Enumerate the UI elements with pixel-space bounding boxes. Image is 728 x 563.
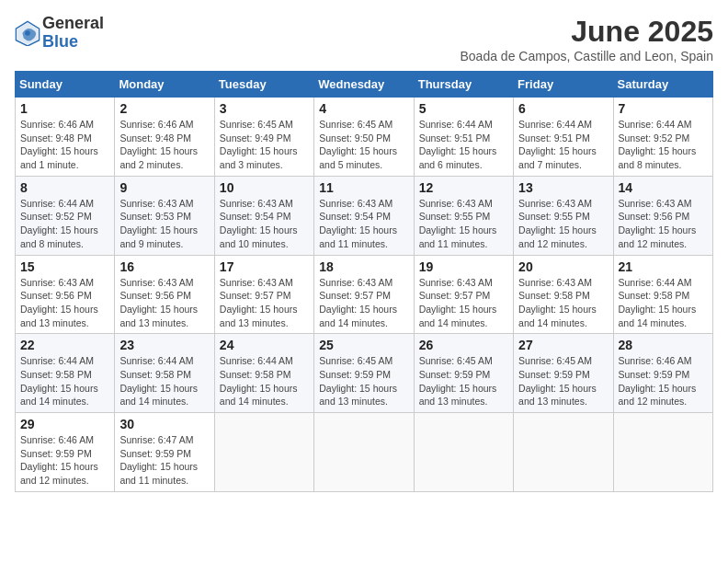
day-number: 17 [220, 259, 309, 274]
day-info: Sunrise: 6:43 AMSunset: 9:57 PMDaylight:… [419, 276, 508, 330]
calendar-day-cell [414, 413, 513, 492]
day-info: Sunrise: 6:44 AMSunset: 9:51 PMDaylight:… [419, 118, 508, 172]
day-number: 13 [518, 180, 608, 195]
column-header-monday: Monday [115, 72, 214, 98]
daylight-info: Daylight: 15 hours and 13 minutes. [319, 382, 408, 408]
sunrise-info: Sunrise: 6:43 AM [119, 197, 209, 211]
daylight-info: Daylight: 15 hours and 2 minutes. [119, 144, 209, 171]
day-number: 30 [119, 417, 209, 431]
daylight-info: Daylight: 15 hours and 13 minutes. [20, 303, 109, 329]
sunrise-info: Sunrise: 6:44 AM [220, 354, 309, 368]
column-header-tuesday: Tuesday [214, 72, 313, 98]
day-info: Sunrise: 6:46 AMSunset: 9:59 PMDaylight:… [619, 354, 708, 408]
logo-text: General Blue [42, 15, 104, 52]
column-header-saturday: Saturday [613, 72, 712, 98]
day-number: 22 [20, 338, 109, 352]
day-info: Sunrise: 6:43 AMSunset: 9:54 PMDaylight:… [319, 197, 408, 251]
sunrise-info: Sunrise: 6:45 AM [319, 118, 408, 132]
calendar-day-cell: 14Sunrise: 6:43 AMSunset: 9:56 PMDayligh… [613, 176, 712, 255]
sunset-info: Sunset: 9:56 PM [20, 289, 109, 303]
column-header-thursday: Thursday [414, 72, 513, 98]
daylight-info: Daylight: 15 hours and 14 minutes. [619, 303, 708, 329]
day-number: 28 [619, 338, 708, 352]
calendar-day-cell: 26Sunrise: 6:45 AMSunset: 9:59 PMDayligh… [414, 334, 513, 413]
day-info: Sunrise: 6:43 AMSunset: 9:55 PMDaylight:… [419, 197, 508, 251]
day-info: Sunrise: 6:44 AMSunset: 9:52 PMDaylight:… [20, 197, 109, 251]
day-number: 21 [619, 259, 708, 274]
day-info: Sunrise: 6:43 AMSunset: 9:56 PMDaylight:… [619, 197, 708, 251]
calendar-week-row: 29Sunrise: 6:46 AMSunset: 9:59 PMDayligh… [16, 413, 713, 492]
sunset-info: Sunset: 9:59 PM [119, 447, 209, 461]
sunset-info: Sunset: 9:54 PM [220, 210, 309, 224]
sunrise-info: Sunrise: 6:43 AM [319, 276, 408, 290]
sunset-info: Sunset: 9:48 PM [20, 132, 109, 145]
calendar-day-cell: 20Sunrise: 6:43 AMSunset: 9:58 PMDayligh… [514, 255, 613, 334]
calendar-day-cell: 17Sunrise: 6:43 AMSunset: 9:57 PMDayligh… [214, 255, 313, 334]
sunrise-info: Sunrise: 6:43 AM [20, 276, 109, 290]
calendar-day-cell: 8Sunrise: 6:44 AMSunset: 9:52 PMDaylight… [16, 176, 115, 255]
day-info: Sunrise: 6:47 AMSunset: 9:59 PMDaylight:… [119, 433, 209, 488]
sunrise-info: Sunrise: 6:45 AM [220, 118, 309, 132]
sunrise-info: Sunrise: 6:44 AM [619, 276, 708, 290]
sunset-info: Sunset: 9:55 PM [518, 210, 608, 224]
daylight-info: Daylight: 15 hours and 14 minutes. [419, 303, 508, 329]
day-info: Sunrise: 6:43 AMSunset: 9:56 PMDaylight:… [20, 276, 109, 330]
calendar-day-cell [314, 413, 414, 492]
column-header-wednesday: Wednesday [314, 72, 414, 98]
day-number: 26 [419, 338, 508, 352]
calendar-day-cell: 7Sunrise: 6:44 AMSunset: 9:52 PMDaylight… [613, 98, 712, 177]
sunset-info: Sunset: 9:58 PM [20, 368, 109, 382]
calendar-day-cell: 18Sunrise: 6:43 AMSunset: 9:57 PMDayligh… [314, 255, 414, 334]
calendar-week-row: 15Sunrise: 6:43 AMSunset: 9:56 PMDayligh… [16, 255, 713, 334]
sunset-info: Sunset: 9:52 PM [619, 132, 708, 145]
sunrise-info: Sunrise: 6:44 AM [619, 118, 708, 132]
sunrise-info: Sunrise: 6:44 AM [20, 197, 109, 211]
sunset-info: Sunset: 9:58 PM [119, 368, 209, 382]
sunrise-info: Sunrise: 6:43 AM [419, 197, 508, 211]
day-number: 23 [119, 338, 209, 352]
calendar-day-cell: 30Sunrise: 6:47 AMSunset: 9:59 PMDayligh… [115, 413, 214, 492]
day-info: Sunrise: 6:46 AMSunset: 9:48 PMDaylight:… [119, 118, 209, 172]
sunset-info: Sunset: 9:57 PM [419, 289, 508, 303]
daylight-info: Daylight: 15 hours and 14 minutes. [220, 382, 309, 408]
daylight-info: Daylight: 15 hours and 11 minutes. [419, 224, 508, 250]
sunset-info: Sunset: 9:48 PM [119, 132, 209, 145]
day-number: 27 [518, 338, 608, 352]
daylight-info: Daylight: 15 hours and 13 minutes. [419, 382, 508, 408]
calendar-day-cell: 2Sunrise: 6:46 AMSunset: 9:48 PMDaylight… [115, 98, 214, 177]
day-number: 8 [20, 180, 109, 195]
sunrise-info: Sunrise: 6:47 AM [119, 433, 209, 447]
sunset-info: Sunset: 9:56 PM [119, 289, 209, 303]
day-number: 5 [419, 101, 508, 116]
calendar-week-row: 22Sunrise: 6:44 AMSunset: 9:58 PMDayligh… [16, 334, 713, 413]
sunrise-info: Sunrise: 6:43 AM [220, 197, 309, 211]
day-info: Sunrise: 6:44 AMSunset: 9:58 PMDaylight:… [220, 354, 309, 408]
calendar-day-cell: 23Sunrise: 6:44 AMSunset: 9:58 PMDayligh… [115, 334, 214, 413]
day-info: Sunrise: 6:44 AMSunset: 9:52 PMDaylight:… [619, 118, 708, 172]
logo: General Blue [15, 15, 104, 52]
calendar-day-cell: 6Sunrise: 6:44 AMSunset: 9:51 PMDaylight… [514, 98, 613, 177]
calendar-table: SundayMondayTuesdayWednesdayThursdayFrid… [15, 71, 713, 492]
day-number: 25 [319, 338, 408, 352]
calendar-day-cell: 4Sunrise: 6:45 AMSunset: 9:50 PMDaylight… [314, 98, 414, 177]
day-info: Sunrise: 6:44 AMSunset: 9:58 PMDaylight:… [619, 276, 708, 330]
sunset-info: Sunset: 9:59 PM [419, 368, 508, 382]
day-info: Sunrise: 6:43 AMSunset: 9:57 PMDaylight:… [220, 276, 309, 330]
sunrise-info: Sunrise: 6:44 AM [419, 118, 508, 132]
day-number: 16 [119, 259, 209, 274]
sunset-info: Sunset: 9:58 PM [220, 368, 309, 382]
calendar-week-row: 8Sunrise: 6:44 AMSunset: 9:52 PMDaylight… [16, 176, 713, 255]
calendar-day-cell: 5Sunrise: 6:44 AMSunset: 9:51 PMDaylight… [414, 98, 513, 177]
day-info: Sunrise: 6:43 AMSunset: 9:58 PMDaylight:… [518, 276, 608, 330]
sunset-info: Sunset: 9:59 PM [518, 368, 608, 382]
day-info: Sunrise: 6:44 AMSunset: 9:58 PMDaylight:… [119, 354, 209, 408]
svg-point-2 [25, 30, 30, 36]
calendar-day-cell: 29Sunrise: 6:46 AMSunset: 9:59 PMDayligh… [16, 413, 115, 492]
calendar-day-cell: 13Sunrise: 6:43 AMSunset: 9:55 PMDayligh… [514, 176, 613, 255]
day-number: 10 [220, 180, 309, 195]
day-number: 1 [20, 101, 109, 116]
day-number: 20 [518, 259, 608, 274]
daylight-info: Daylight: 15 hours and 9 minutes. [119, 224, 209, 250]
sunset-info: Sunset: 9:49 PM [220, 132, 309, 145]
daylight-info: Daylight: 15 hours and 13 minutes. [518, 382, 608, 408]
